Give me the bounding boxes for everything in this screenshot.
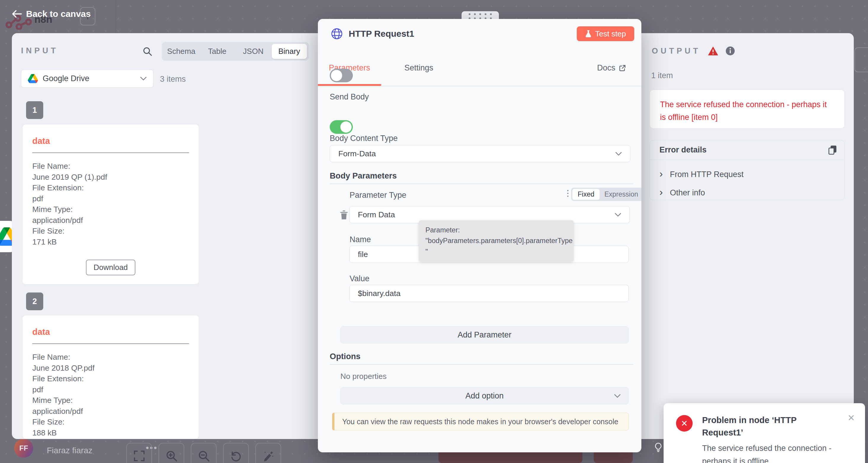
add-option-select[interactable]: Add option — [340, 387, 629, 404]
chevron-down-icon — [140, 77, 147, 80]
input-items-count: 3 items — [160, 75, 186, 84]
canvas-top-divider — [116, 0, 116, 33]
input-source-value: Google Drive — [43, 74, 135, 83]
tab-binary[interactable]: Binary — [272, 44, 307, 59]
toast-message: The service refused the connection - per… — [702, 442, 856, 463]
close-icon[interactable]: ✕ — [847, 413, 855, 423]
item-index-badge: 1 — [26, 101, 43, 119]
back-arrow-icon — [12, 10, 22, 18]
zoom-in-button[interactable] — [158, 443, 184, 463]
error-details-row-http[interactable]: › From HTTP Request — [650, 165, 844, 184]
chevron-right-icon: › — [659, 187, 663, 197]
section-divider — [330, 184, 633, 184]
reset-zoom-icon — [230, 450, 242, 462]
fixed-expression-toggle[interactable]: Fixed Expression — [571, 188, 641, 201]
tooltip-line: Parameter: — [426, 225, 567, 235]
chevron-down-icon — [615, 213, 621, 217]
binary-data-card: data File Name: June 2018 QP.pdf File Ex… — [22, 315, 199, 439]
user-name: Fiaraz fiaraz — [47, 446, 92, 455]
avatar[interactable]: FF — [14, 439, 33, 458]
no-properties-text: No properties — [340, 372, 386, 381]
back-to-canvas-link[interactable]: Back to canvas — [12, 9, 91, 19]
body-content-type-select[interactable]: Form-Data — [330, 145, 630, 162]
body-parameters-heading: Body Parameters — [330, 171, 397, 180]
row-label: Other info — [670, 188, 705, 197]
tidy-up-icon — [262, 450, 275, 462]
field-label: File Extension: — [32, 183, 189, 193]
name-label: Name — [349, 235, 371, 244]
body-content-type-label: Body Content Type — [330, 134, 398, 143]
lightbulb-icon — [654, 442, 662, 452]
tab-table[interactable]: Table — [200, 44, 235, 59]
zoom-out-button[interactable] — [191, 443, 217, 463]
field-label: File Extension: — [32, 373, 189, 384]
globe-icon — [331, 28, 343, 40]
input-source-select[interactable]: Google Drive — [21, 70, 153, 88]
parameter-type-label: Parameter Type — [349, 191, 406, 200]
body-content-type-value: Form-Data — [338, 149, 376, 158]
app-stage: n8n Back to canvas + FF Fiaraz fiaraz ••… — [0, 0, 868, 463]
zoom-to-fit-button[interactable] — [126, 443, 152, 463]
expression-option[interactable]: Expression — [599, 189, 641, 200]
output-title: OUTPUT — [652, 46, 701, 56]
field-value: 188 kB — [32, 428, 189, 438]
download-button[interactable]: Download — [86, 260, 135, 275]
field-label: File Size: — [32, 417, 189, 428]
node-title[interactable]: HTTP Request1 — [349, 29, 571, 39]
reset-zoom-button[interactable] — [223, 443, 249, 463]
output-items-count: 1 item — [651, 71, 673, 80]
value-input[interactable]: $binary.data — [349, 285, 629, 302]
back-to-canvas-label: Back to canvas — [26, 9, 91, 19]
field-value: pdf — [32, 193, 189, 204]
chevron-down-icon — [615, 152, 622, 156]
section-divider — [330, 364, 633, 365]
copy-icon[interactable] — [828, 145, 837, 155]
error-details-row-other[interactable]: › Other info — [650, 184, 844, 202]
name-value: file — [358, 250, 368, 259]
warning-triangle-icon — [708, 46, 718, 56]
tab-schema[interactable]: Schema — [163, 44, 199, 59]
card-divider — [32, 343, 189, 344]
info-circle-icon[interactable] — [725, 46, 735, 56]
output-error-card: The service refused the connection - per… — [650, 90, 845, 129]
fixed-option[interactable]: Fixed — [572, 189, 599, 200]
modal-tab-bar: Parameters Settings Docs — [318, 48, 641, 87]
row-label: From HTTP Request — [670, 170, 744, 179]
input-title: INPUT — [21, 46, 58, 55]
tidy-up-button[interactable] — [255, 443, 281, 463]
field-value: June 2018 QP.pdf — [32, 363, 189, 373]
binary-file-fields: File Name: June 2019 QP (1).pdf File Ext… — [32, 161, 189, 247]
dev-console-callout: You can view the raw requests this node … — [332, 413, 629, 430]
canvas-node-outline — [855, 47, 868, 72]
trash-icon[interactable] — [340, 210, 348, 220]
zoom-to-fit-icon — [133, 450, 145, 462]
toast-title: Problem in node ‘HTTP Request1’ — [702, 414, 830, 439]
google-drive-icon — [28, 74, 38, 83]
active-tab-underline — [318, 84, 381, 86]
search-icon[interactable] — [143, 47, 152, 56]
error-toast: ✕ Problem in node ‘HTTP Request1’ ✕ The … — [663, 403, 865, 463]
docs-link[interactable]: Docs — [597, 63, 626, 72]
parameter-options-icon[interactable]: ⋮ — [564, 188, 572, 198]
chevron-down-icon — [614, 394, 621, 398]
chevron-right-icon: › — [659, 168, 663, 178]
add-parameter-button[interactable]: Add Parameter — [340, 326, 629, 343]
parameter-type-value: Form Data — [358, 210, 395, 219]
binary-key-link[interactable]: data — [32, 327, 189, 337]
input-view-tabs: Schema Table JSON Binary — [162, 42, 309, 61]
field-value: June 2019 QP (1).pdf — [32, 172, 189, 183]
toggle-off[interactable] — [330, 69, 353, 82]
external-link-icon — [619, 65, 626, 72]
binary-file-fields: File Name: June 2018 QP.pdf File Extensi… — [32, 352, 189, 438]
binary-key-link[interactable]: data — [32, 136, 189, 146]
docs-label: Docs — [597, 63, 615, 72]
send-body-toggle[interactable] — [330, 120, 353, 134]
tab-json[interactable]: JSON — [236, 44, 271, 59]
test-step-button[interactable]: Test step — [577, 26, 634, 41]
value-label: Value — [349, 274, 369, 283]
options-heading: Options — [330, 352, 361, 361]
tooltip-line: " — [426, 246, 567, 257]
tab-settings[interactable]: Settings — [404, 63, 433, 72]
flask-icon — [585, 30, 592, 38]
item-index-badge: 2 — [26, 293, 43, 310]
